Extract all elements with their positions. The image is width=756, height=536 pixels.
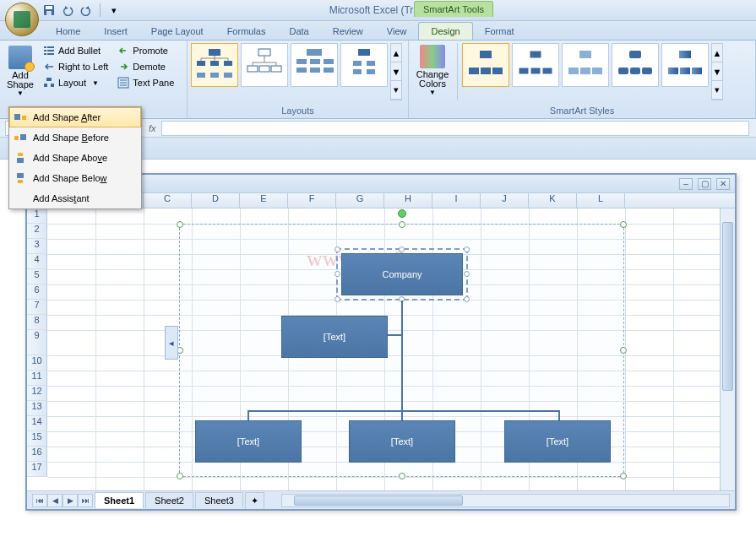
resize-handle[interactable] xyxy=(620,347,627,354)
col-header[interactable]: L xyxy=(577,193,625,208)
change-colors-button[interactable]: Change Colors ▼ xyxy=(412,43,453,100)
style-option-5[interactable] xyxy=(661,43,709,87)
col-header[interactable]: F xyxy=(288,193,336,208)
sheet-tab-1[interactable]: Sheet1 xyxy=(95,492,144,508)
row-header[interactable]: 14 xyxy=(27,416,47,431)
layouts-gallery-more[interactable]: ▲▼▾ xyxy=(390,43,402,100)
org-node-assistant[interactable]: [Text] xyxy=(281,316,388,358)
vertical-scrollbar[interactable] xyxy=(720,208,735,490)
style-option-1[interactable] xyxy=(462,43,509,87)
save-icon[interactable] xyxy=(42,3,56,17)
dropdown-add-shape-before[interactable]: Add Shape Before xyxy=(9,127,141,148)
sheet-first-icon[interactable]: ⏮ xyxy=(32,494,47,507)
sheet-next-icon[interactable]: ▶ xyxy=(63,494,78,507)
resize-handle[interactable] xyxy=(399,221,405,228)
svg-rect-8 xyxy=(47,53,54,55)
row-header[interactable]: 3 xyxy=(27,239,47,254)
smartart-canvas[interactable]: ◂ www. ava2s.co Company [Text] [Text] [T… xyxy=(179,224,624,477)
text-pane-button[interactable]: Text Pane xyxy=(114,75,177,90)
tab-design[interactable]: Design xyxy=(418,22,472,40)
col-header[interactable]: C xyxy=(144,193,192,208)
dropdown-add-assistant[interactable]: Add Assistant xyxy=(9,188,141,208)
tab-format[interactable]: Format xyxy=(473,23,526,40)
add-bullet-button[interactable]: Add Bullet xyxy=(40,43,111,58)
dropdown-add-shape-after[interactable]: Add Shape After xyxy=(9,107,141,127)
tab-insert[interactable]: Insert xyxy=(92,23,139,40)
layout-option-4[interactable] xyxy=(340,43,388,87)
undo-icon[interactable] xyxy=(61,3,74,17)
row-header[interactable]: 13 xyxy=(27,401,47,416)
minimize-button[interactable]: – xyxy=(679,178,693,190)
dropdown-add-shape-below[interactable]: Add Shape Below xyxy=(9,168,141,188)
org-node-child[interactable]: [Text] xyxy=(349,420,455,463)
row-header[interactable]: 4 xyxy=(27,254,47,269)
org-node-child[interactable]: [Text] xyxy=(504,420,611,463)
promote-button[interactable]: Promote xyxy=(114,43,177,58)
sheet-last-icon[interactable]: ⏭ xyxy=(78,494,93,507)
org-node-child[interactable]: [Text] xyxy=(195,420,302,463)
scrollbar-thumb[interactable] xyxy=(294,495,463,506)
resize-handle[interactable] xyxy=(399,473,405,479)
col-header[interactable]: H xyxy=(384,193,432,208)
layout-option-1[interactable] xyxy=(191,43,238,87)
horizontal-scrollbar[interactable] xyxy=(281,494,730,507)
tab-review[interactable]: Review xyxy=(321,23,375,40)
col-header[interactable]: I xyxy=(432,193,481,208)
style-option-4[interactable] xyxy=(612,43,659,87)
col-header[interactable]: J xyxy=(481,193,529,208)
scrollbar-thumb[interactable] xyxy=(722,222,733,391)
styles-gallery-more[interactable]: ▲▼▾ xyxy=(711,43,723,100)
tab-page-layout[interactable]: Page Layout xyxy=(139,23,215,40)
row-header[interactable]: 7 xyxy=(27,300,47,315)
row-header[interactable]: 1 xyxy=(27,208,47,224)
row-header[interactable]: 2 xyxy=(27,224,47,239)
col-header[interactable]: G xyxy=(336,193,384,208)
col-header[interactable]: E xyxy=(240,193,288,208)
sheet-tab-2[interactable]: Sheet2 xyxy=(145,492,193,508)
text-pane-toggle[interactable]: ◂ xyxy=(165,326,178,360)
dropdown-add-shape-above[interactable]: Add Shape Above xyxy=(9,148,141,168)
style-option-2[interactable] xyxy=(512,43,559,87)
resize-handle[interactable] xyxy=(177,221,183,228)
row-header[interactable]: 5 xyxy=(27,269,47,284)
qat-dropdown-icon[interactable]: ▾ xyxy=(107,3,121,17)
row-header[interactable]: 12 xyxy=(27,386,47,401)
sheet-prev-icon[interactable]: ◀ xyxy=(47,494,63,507)
layout-option-2[interactable] xyxy=(241,43,288,87)
sheet-tab-3[interactable]: Sheet3 xyxy=(195,492,243,508)
row-header[interactable]: 16 xyxy=(27,447,47,462)
col-header[interactable]: D xyxy=(192,193,240,208)
maximize-button[interactable]: ▢ xyxy=(698,178,711,190)
office-button[interactable] xyxy=(5,3,39,36)
demote-button[interactable]: Demote xyxy=(114,59,177,74)
close-button[interactable]: ✕ xyxy=(716,178,730,190)
layout-option-3[interactable] xyxy=(291,43,338,87)
col-header[interactable]: K xyxy=(529,193,577,208)
selected-shape-frame[interactable]: Company xyxy=(336,248,468,300)
add-shape-button[interactable]: Add Shape ▼ xyxy=(3,43,37,100)
tab-formulas[interactable]: Formulas xyxy=(215,23,278,40)
row-header[interactable]: 6 xyxy=(27,284,47,300)
fx-icon[interactable]: fx xyxy=(149,123,156,133)
new-sheet-button[interactable]: ✦ xyxy=(245,492,264,509)
row-header[interactable]: 10 xyxy=(27,355,47,371)
resize-handle[interactable] xyxy=(177,473,183,479)
row-header[interactable]: 15 xyxy=(27,431,47,447)
row-header[interactable]: 8 xyxy=(27,315,47,330)
redo-icon[interactable] xyxy=(79,3,93,17)
tab-data[interactable]: Data xyxy=(277,23,320,40)
resize-handle[interactable] xyxy=(620,473,627,479)
row-header[interactable]: 17 xyxy=(27,462,47,477)
org-node-top[interactable]: Company xyxy=(341,253,463,295)
tab-view[interactable]: View xyxy=(375,23,419,40)
resize-handle[interactable] xyxy=(620,221,627,228)
tab-home[interactable]: Home xyxy=(44,23,92,40)
layout-button[interactable]: Layout▼ xyxy=(40,75,111,90)
formula-input[interactable] xyxy=(161,121,749,136)
row-header[interactable]: 11 xyxy=(27,371,47,386)
style-option-3[interactable] xyxy=(562,43,609,87)
add-below-icon xyxy=(13,171,28,185)
right-to-left-button[interactable]: Right to Left xyxy=(40,59,111,74)
rotation-handle[interactable] xyxy=(398,209,406,218)
row-header[interactable]: 9 xyxy=(27,330,47,355)
